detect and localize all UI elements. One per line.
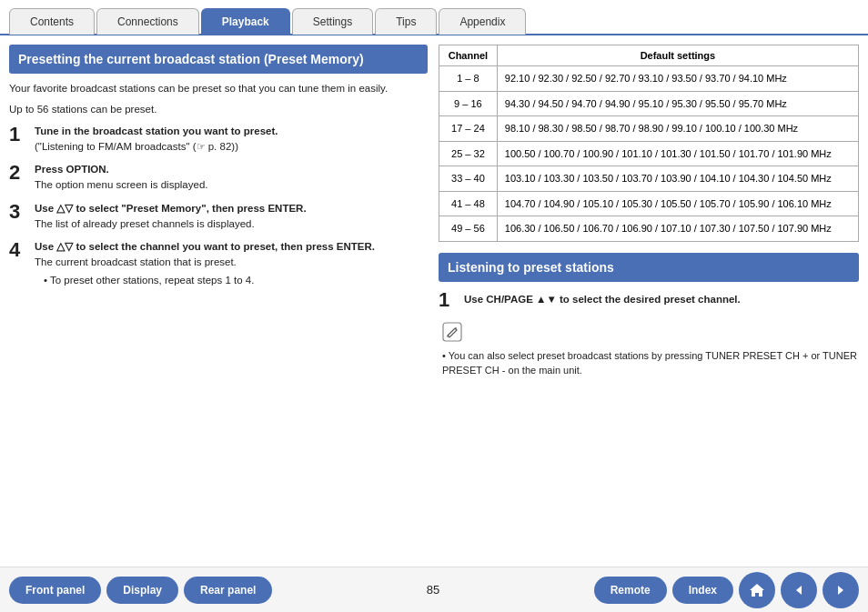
table-cell-value: 106.30 / 106.50 / 106.70 / 106.90 / 107.… <box>497 216 858 242</box>
home-icon <box>748 581 766 599</box>
table-header-channel: Channel <box>439 45 498 66</box>
steps-list: 1 Tune in the broadcast station you want… <box>9 124 428 288</box>
table-cell-channel: 33 – 40 <box>439 166 498 192</box>
remote-button[interactable]: Remote <box>594 577 667 604</box>
back-button[interactable] <box>781 572 817 608</box>
bottom-navigation: Front panel Display Rear panel 85 Remote… <box>0 567 868 612</box>
step-3-content: Use △▽ to select "Preset Memory", then p… <box>35 201 428 233</box>
table-row: 33 – 40103.10 / 103.30 / 103.50 / 103.70… <box>439 166 859 192</box>
table-row: 25 – 32100.50 / 100.70 / 100.90 / 101.10… <box>439 141 859 166</box>
step-1-content: Tune in the broadcast station you want t… <box>35 124 428 156</box>
step-2-sub: The option menu screen is displayed. <box>35 179 208 190</box>
step-4-content: Use △▽ to select the channel you want to… <box>35 239 428 288</box>
table-cell-value: 103.10 / 103.30 / 103.50 / 103.70 / 103.… <box>497 166 858 192</box>
step-2-title: Press OPTION. <box>35 164 109 175</box>
table-header-default: Default settings <box>497 45 858 66</box>
step-1-ref-icon: ☞ <box>197 141 206 152</box>
tab-appendix[interactable]: Appendix <box>439 8 526 35</box>
listening-preset-title: Listening to preset stations <box>439 253 859 282</box>
table-row: 17 – 2498.10 / 98.30 / 98.50 / 98.70 / 9… <box>439 116 859 142</box>
table-cell-value: 100.50 / 100.70 / 100.90 / 101.10 / 101.… <box>497 141 858 166</box>
step-1-number: 1 <box>9 124 27 145</box>
step-1-sub2: p. 82)) <box>206 141 238 152</box>
step-3-number: 3 <box>9 201 27 223</box>
table-cell-value: 92.10 / 92.30 / 92.50 / 92.70 / 93.10 / … <box>497 66 858 92</box>
table-cell-channel: 25 – 32 <box>439 141 498 166</box>
step-3-title: Use △▽ to select "Preset Memory", then p… <box>35 203 307 214</box>
step-2-content: Press OPTION. The option menu screen is … <box>35 162 428 194</box>
channel-table: Channel Default settings 1 – 892.10 / 92… <box>439 45 859 242</box>
intro-text-1: Your favorite broadcast stations can be … <box>9 81 428 96</box>
table-row: 41 – 48104.70 / 104.90 / 105.10 / 105.30… <box>439 191 859 216</box>
tab-playback[interactable]: Playback <box>201 8 290 35</box>
preset-step-1: 1 Use CH/PAGE ▲▼ to select the desired p… <box>439 289 859 311</box>
forward-arrow-icon <box>833 582 849 598</box>
tab-connections[interactable]: Connections <box>96 8 199 35</box>
left-column: Presetting the current broadcast station… <box>9 45 428 551</box>
step-4-title: Use △▽ to select the channel you want to… <box>35 241 375 252</box>
step-2: 2 Press OPTION. The option menu screen i… <box>9 162 428 194</box>
step-3: 3 Use △▽ to select "Preset Memory", then… <box>9 201 428 233</box>
back-arrow-icon <box>791 582 807 598</box>
step-3-sub: The list of already preset channels is d… <box>35 218 255 229</box>
tab-contents[interactable]: Contents <box>9 8 95 35</box>
preset-step-1-number: 1 <box>439 289 457 311</box>
table-cell-channel: 9 – 16 <box>439 91 498 116</box>
table-cell-value: 104.70 / 104.90 / 105.10 / 105.30 / 105.… <box>497 191 858 216</box>
pencil-icon <box>442 322 462 342</box>
step-4-bullet-1: To preset other stations, repeat steps 1… <box>44 273 428 288</box>
home-button[interactable] <box>739 572 775 608</box>
step-4-sub: The current broadcast station that is pr… <box>35 256 237 267</box>
forward-button[interactable] <box>823 572 859 608</box>
preset-memory-title: Presetting the current broadcast station… <box>9 45 428 74</box>
intro-text-2: Up to 56 stations can be preset. <box>9 102 428 117</box>
index-button[interactable]: Index <box>672 577 733 604</box>
top-navigation: Contents Connections Playback Settings T… <box>0 0 868 34</box>
right-column: Channel Default settings 1 – 892.10 / 92… <box>439 45 859 551</box>
note-text: • You can also select preset broadcast s… <box>442 348 859 378</box>
page-number: 85 <box>278 583 588 597</box>
table-cell-channel: 1 – 8 <box>439 66 498 92</box>
table-cell-channel: 41 – 48 <box>439 191 498 216</box>
step-1-title: Tune in the broadcast station you want t… <box>35 125 278 136</box>
tab-settings[interactable]: Settings <box>292 8 373 35</box>
tab-tips[interactable]: Tips <box>375 8 437 35</box>
step-1: 1 Tune in the broadcast station you want… <box>9 124 428 156</box>
table-row: 49 – 56106.30 / 106.50 / 106.70 / 106.90… <box>439 216 859 242</box>
step-1-sub: ("Listening to FM/AM broadcasts" ( <box>35 141 197 152</box>
table-row: 9 – 1694.30 / 94.50 / 94.70 / 94.90 / 95… <box>439 91 859 116</box>
display-button[interactable]: Display <box>106 577 178 604</box>
table-cell-value: 94.30 / 94.50 / 94.70 / 94.90 / 95.10 / … <box>497 91 858 116</box>
table-cell-value: 98.10 / 98.30 / 98.50 / 98.70 / 98.90 / … <box>497 116 858 142</box>
table-row: 1 – 892.10 / 92.30 / 92.50 / 92.70 / 93.… <box>439 66 859 92</box>
main-content: Presetting the current broadcast station… <box>0 34 868 560</box>
svg-rect-0 <box>443 323 461 341</box>
rear-panel-button[interactable]: Rear panel <box>184 577 272 604</box>
step-4-bullets: To preset other stations, repeat steps 1… <box>35 273 428 288</box>
step-4-number: 4 <box>9 239 27 261</box>
table-cell-channel: 17 – 24 <box>439 116 498 142</box>
step-4: 4 Use △▽ to select the channel you want … <box>9 239 428 288</box>
front-panel-button[interactable]: Front panel <box>9 577 101 604</box>
step-2-number: 2 <box>9 162 27 184</box>
table-cell-channel: 49 – 56 <box>439 216 498 242</box>
preset-step-1-content: Use CH/PAGE ▲▼ to select the desired pre… <box>464 292 741 307</box>
